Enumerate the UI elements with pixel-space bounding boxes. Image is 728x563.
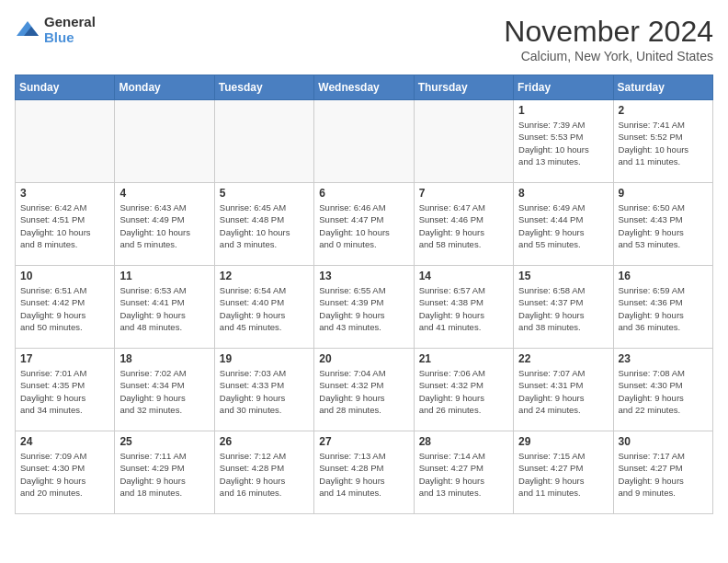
- calendar-cell: 21Sunrise: 7:06 AM Sunset: 4:32 PM Dayli…: [414, 349, 513, 431]
- day-number: 21: [419, 352, 508, 365]
- day-number: 6: [319, 187, 408, 200]
- location-subtitle: Calcium, New York, United States: [504, 49, 713, 63]
- day-number: 4: [119, 187, 209, 200]
- calendar-cell: 17Sunrise: 7:01 AM Sunset: 4:35 PM Dayli…: [16, 349, 115, 431]
- calendar-cell: [414, 100, 513, 183]
- calendar-cell: [214, 100, 313, 183]
- day-info: Sunrise: 6:53 AM Sunset: 4:41 PM Dayligh…: [119, 284, 209, 333]
- calendar-cell: 24Sunrise: 7:09 AM Sunset: 4:30 PM Dayli…: [16, 431, 115, 514]
- day-number: 30: [619, 435, 708, 448]
- day-info: Sunrise: 6:54 AM Sunset: 4:40 PM Dayligh…: [220, 284, 309, 333]
- day-info: Sunrise: 6:42 AM Sunset: 4:51 PM Dayligh…: [20, 201, 109, 250]
- calendar-cell: 28Sunrise: 7:14 AM Sunset: 4:27 PM Dayli…: [414, 431, 513, 514]
- day-number: 22: [518, 352, 608, 365]
- day-info: Sunrise: 7:06 AM Sunset: 4:32 PM Dayligh…: [419, 367, 508, 416]
- day-info: Sunrise: 6:47 AM Sunset: 4:46 PM Dayligh…: [419, 201, 508, 250]
- day-info: Sunrise: 7:04 AM Sunset: 4:32 PM Dayligh…: [319, 367, 408, 416]
- day-info: Sunrise: 7:39 AM Sunset: 5:53 PM Dayligh…: [518, 119, 608, 167]
- calendar-cell: 13Sunrise: 6:55 AM Sunset: 4:39 PM Dayli…: [314, 266, 414, 349]
- day-number: 15: [518, 270, 608, 282]
- month-title: November 2024: [504, 15, 713, 49]
- logo-general-text: General: [44, 15, 96, 30]
- logo: General Blue: [15, 15, 96, 45]
- day-info: Sunrise: 6:55 AM Sunset: 4:39 PM Dayligh…: [319, 284, 408, 333]
- calendar-cell: 6Sunrise: 6:46 AM Sunset: 4:47 PM Daylig…: [314, 183, 414, 266]
- day-info: Sunrise: 7:08 AM Sunset: 4:30 PM Dayligh…: [619, 367, 708, 416]
- day-number: 13: [319, 270, 408, 282]
- day-info: Sunrise: 7:12 AM Sunset: 4:28 PM Dayligh…: [220, 450, 309, 499]
- calendar-cell: 23Sunrise: 7:08 AM Sunset: 4:30 PM Dayli…: [613, 349, 712, 431]
- calendar-table: SundayMondayTuesdayWednesdayThursdayFrid…: [15, 75, 713, 514]
- day-number: 14: [419, 270, 508, 282]
- calendar-week-row: 17Sunrise: 7:01 AM Sunset: 4:35 PM Dayli…: [16, 349, 713, 431]
- calendar-cell: 14Sunrise: 6:57 AM Sunset: 4:38 PM Dayli…: [414, 266, 513, 349]
- day-info: Sunrise: 7:02 AM Sunset: 4:34 PM Dayligh…: [119, 367, 209, 416]
- calendar-week-row: 3Sunrise: 6:42 AM Sunset: 4:51 PM Daylig…: [16, 183, 713, 266]
- calendar-cell: 5Sunrise: 6:45 AM Sunset: 4:48 PM Daylig…: [214, 183, 313, 266]
- calendar-cell: 18Sunrise: 7:02 AM Sunset: 4:34 PM Dayli…: [115, 349, 214, 431]
- logo-icon: [15, 17, 40, 43]
- calendar-cell: 3Sunrise: 6:42 AM Sunset: 4:51 PM Daylig…: [16, 183, 115, 266]
- weekday-header-saturday: Saturday: [613, 75, 712, 100]
- day-info: Sunrise: 6:59 AM Sunset: 4:36 PM Dayligh…: [619, 284, 708, 333]
- weekday-header-tuesday: Tuesday: [214, 75, 313, 100]
- day-info: Sunrise: 7:09 AM Sunset: 4:30 PM Dayligh…: [20, 450, 109, 499]
- calendar-cell: 27Sunrise: 7:13 AM Sunset: 4:28 PM Dayli…: [314, 431, 414, 514]
- calendar-week-row: 10Sunrise: 6:51 AM Sunset: 4:42 PM Dayli…: [16, 266, 713, 349]
- calendar-cell: [314, 100, 414, 183]
- calendar-cell: 7Sunrise: 6:47 AM Sunset: 4:46 PM Daylig…: [414, 183, 513, 266]
- day-number: 2: [619, 104, 708, 117]
- day-number: 5: [220, 187, 309, 200]
- calendar-cell: 30Sunrise: 7:17 AM Sunset: 4:27 PM Dayli…: [613, 431, 712, 514]
- weekday-header-thursday: Thursday: [414, 75, 513, 100]
- day-number: 7: [419, 187, 508, 200]
- calendar-week-row: 24Sunrise: 7:09 AM Sunset: 4:30 PM Dayli…: [16, 431, 713, 514]
- day-number: 23: [619, 352, 708, 365]
- day-number: 16: [619, 270, 708, 282]
- weekday-header-monday: Monday: [115, 75, 214, 100]
- day-info: Sunrise: 6:46 AM Sunset: 4:47 PM Dayligh…: [319, 201, 408, 250]
- day-number: 19: [220, 352, 309, 365]
- calendar-cell: 20Sunrise: 7:04 AM Sunset: 4:32 PM Dayli…: [314, 349, 414, 431]
- calendar-cell: 9Sunrise: 6:50 AM Sunset: 4:43 PM Daylig…: [613, 183, 712, 266]
- weekday-header-friday: Friday: [514, 75, 613, 100]
- day-number: 10: [20, 270, 109, 282]
- calendar-week-row: 1Sunrise: 7:39 AM Sunset: 5:53 PM Daylig…: [16, 100, 713, 183]
- day-info: Sunrise: 7:14 AM Sunset: 4:27 PM Dayligh…: [419, 450, 508, 499]
- day-info: Sunrise: 7:03 AM Sunset: 4:33 PM Dayligh…: [220, 367, 309, 416]
- calendar-cell: [16, 100, 115, 183]
- day-number: 18: [119, 352, 209, 365]
- day-info: Sunrise: 6:51 AM Sunset: 4:42 PM Dayligh…: [20, 284, 109, 333]
- day-info: Sunrise: 7:13 AM Sunset: 4:28 PM Dayligh…: [319, 450, 408, 499]
- page-header: General Blue November 2024 Calcium, New …: [15, 15, 713, 63]
- weekday-header-wednesday: Wednesday: [314, 75, 414, 100]
- day-info: Sunrise: 6:58 AM Sunset: 4:37 PM Dayligh…: [518, 284, 608, 333]
- day-number: 24: [20, 435, 109, 448]
- day-number: 27: [319, 435, 408, 448]
- day-info: Sunrise: 6:57 AM Sunset: 4:38 PM Dayligh…: [419, 284, 508, 333]
- day-number: 1: [518, 104, 608, 117]
- day-info: Sunrise: 6:50 AM Sunset: 4:43 PM Dayligh…: [619, 201, 708, 250]
- calendar-cell: 4Sunrise: 6:43 AM Sunset: 4:49 PM Daylig…: [115, 183, 214, 266]
- day-number: 11: [119, 270, 209, 282]
- day-info: Sunrise: 6:49 AM Sunset: 4:44 PM Dayligh…: [518, 201, 608, 250]
- day-number: 29: [518, 435, 608, 448]
- calendar-cell: 10Sunrise: 6:51 AM Sunset: 4:42 PM Dayli…: [16, 266, 115, 349]
- calendar-cell: 1Sunrise: 7:39 AM Sunset: 5:53 PM Daylig…: [514, 100, 613, 183]
- weekday-header-row: SundayMondayTuesdayWednesdayThursdayFrid…: [16, 75, 713, 100]
- day-info: Sunrise: 7:17 AM Sunset: 4:27 PM Dayligh…: [619, 450, 708, 499]
- day-number: 25: [119, 435, 209, 448]
- day-number: 3: [20, 187, 109, 200]
- calendar-cell: 16Sunrise: 6:59 AM Sunset: 4:36 PM Dayli…: [613, 266, 712, 349]
- calendar-cell: 26Sunrise: 7:12 AM Sunset: 4:28 PM Dayli…: [214, 431, 313, 514]
- calendar-cell: 25Sunrise: 7:11 AM Sunset: 4:29 PM Dayli…: [115, 431, 214, 514]
- day-info: Sunrise: 7:15 AM Sunset: 4:27 PM Dayligh…: [518, 450, 608, 499]
- day-info: Sunrise: 6:45 AM Sunset: 4:48 PM Dayligh…: [220, 201, 309, 250]
- calendar-cell: [115, 100, 214, 183]
- calendar-cell: 15Sunrise: 6:58 AM Sunset: 4:37 PM Dayli…: [514, 266, 613, 349]
- day-number: 26: [220, 435, 309, 448]
- day-number: 8: [518, 187, 608, 200]
- weekday-header-sunday: Sunday: [16, 75, 115, 100]
- day-number: 12: [220, 270, 309, 282]
- day-number: 28: [419, 435, 508, 448]
